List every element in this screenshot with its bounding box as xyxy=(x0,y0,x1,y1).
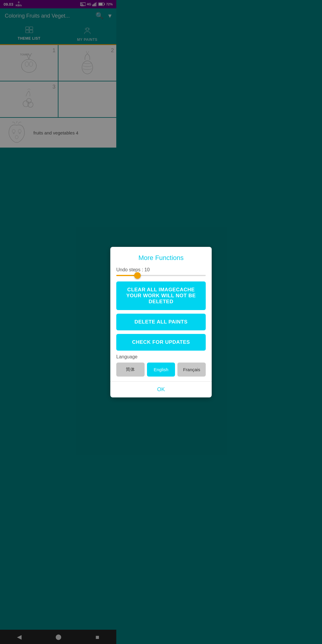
modal-overlay: More Functions Undo steps : 10 CLEAR ALL… xyxy=(0,0,116,233)
